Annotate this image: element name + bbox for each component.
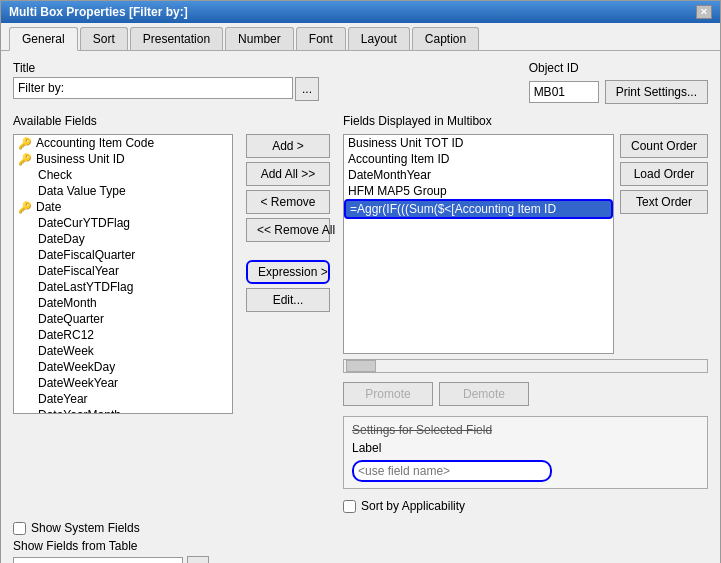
object-id-label: Object ID [529,61,708,75]
list-item[interactable]: =Aggr(IF(((Sum($<[Accounting Item ID [344,199,613,219]
right-panel-wrapper: Fields Displayed in Multibox Business Un… [343,114,708,513]
title-section: Title Filter by: ... [13,61,509,104]
label-field-label: Label [352,441,699,455]
text-order-button[interactable]: Text Order [620,190,708,214]
show-system-fields-row: Show System Fields [13,521,708,535]
load-order-button[interactable]: Load Order [620,162,708,186]
all-tables-dropdown[interactable]: All Tables [13,557,183,563]
tab-sort[interactable]: Sort [80,27,128,50]
tab-number[interactable]: Number [225,27,294,50]
list-item[interactable]: DateYearMonth [14,407,232,414]
show-fields-from-section: Show Fields from Table All Tables ▼ [13,539,708,563]
key-icon: 🔑 [18,153,32,166]
scrollbar-area[interactable] [343,358,708,374]
show-system-fields-checkbox[interactable] [13,522,26,535]
settings-section: Settings for Selected Field Label [343,416,708,489]
show-fields-from-label: Show Fields from Table [13,539,708,553]
list-item[interactable]: DateDay [14,231,232,247]
edit-button[interactable]: Edit... [246,288,330,312]
center-panel: Add > Add All >> < Remove << Remove All … [243,114,333,513]
right-top: Business Unit TOT ID Accounting Item ID … [343,134,708,354]
settings-label-row: Label [352,441,699,482]
right-buttons: Count Order Load Order Text Order [620,134,708,354]
title-input-row: Filter by: ... [13,77,509,101]
scroll-thumb[interactable] [346,360,376,372]
sort-applicability-checkbox[interactable] [343,500,356,513]
count-order-button[interactable]: Count Order [620,134,708,158]
main-area: Available Fields 🔑Accounting Item Code 🔑… [13,114,708,513]
remove-all-button[interactable]: << Remove All [246,218,330,242]
list-item[interactable]: DateQuarter [14,311,232,327]
object-id-input[interactable]: MB01 [529,81,599,103]
list-item[interactable]: DateWeekDay [14,359,232,375]
dropdown-row: All Tables ▼ [13,556,708,563]
title-label: Title [13,61,509,75]
list-item[interactable]: DateWeekYear [14,375,232,391]
list-item[interactable]: Business Unit TOT ID [344,135,613,151]
list-item[interactable]: DateFiscalYear [14,263,232,279]
key-icon: 🔑 [18,201,32,214]
list-item[interactable]: 🔑Accounting Item Code [14,135,232,151]
bottom-panel: Show System Fields Show Fields from Tabl… [13,521,708,563]
list-item[interactable]: DateFiscalQuarter [14,247,232,263]
list-item[interactable]: DateYear [14,391,232,407]
list-item[interactable]: DateWeek [14,343,232,359]
promote-demote-row: Promote Demote [343,382,708,406]
browse-button[interactable]: ... [295,77,319,101]
list-item[interactable]: DateCurYTDFlag [14,215,232,231]
list-item[interactable]: HFM MAP5 Group [344,183,613,199]
add-button[interactable]: Add > [246,134,330,158]
remove-button[interactable]: < Remove [246,190,330,214]
list-item[interactable]: DateMonth [14,295,232,311]
demote-button[interactable]: Demote [439,382,529,406]
tab-caption[interactable]: Caption [412,27,479,50]
title-objectid-row: Title Filter by: ... Object ID MB01 Prin… [13,61,708,104]
sort-applicability-row: Sort by Applicability [343,499,708,513]
show-system-fields-label: Show System Fields [31,521,140,535]
available-fields-label: Available Fields [13,114,233,128]
sort-applicability-label: Sort by Applicability [361,499,465,513]
list-item[interactable]: 🔑Business Unit ID [14,151,232,167]
fields-displayed-list[interactable]: Business Unit TOT ID Accounting Item ID … [343,134,614,354]
print-settings-button[interactable]: Print Settings... [605,80,708,104]
main-window: Multi Box Properties [Filter by:] ✕ Gene… [0,0,721,563]
key-icon: 🔑 [18,137,32,150]
list-item[interactable]: Accounting Item ID [344,151,613,167]
right-panel: Fields Displayed in Multibox Business Un… [343,114,708,513]
tab-font[interactable]: Font [296,27,346,50]
title-input[interactable]: Filter by: [13,77,293,99]
title-bar: Multi Box Properties [Filter by:] ✕ [1,1,720,23]
list-item[interactable]: Data Value Type [14,183,232,199]
tab-layout[interactable]: Layout [348,27,410,50]
list-item[interactable]: DateLastYTDFlag [14,279,232,295]
left-panel: Available Fields 🔑Accounting Item Code 🔑… [13,114,233,513]
object-id-section: Object ID MB01 Print Settings... [529,61,708,104]
fields-displayed-label: Fields Displayed in Multibox [343,114,708,128]
promote-button[interactable]: Promote [343,382,433,406]
window-title: Multi Box Properties [Filter by:] [9,5,188,19]
title-bar-buttons: ✕ [696,5,712,19]
dropdown-arrow-button[interactable]: ▼ [187,556,209,563]
add-all-button[interactable]: Add All >> [246,162,330,186]
list-item[interactable]: 🔑Date [14,199,232,215]
close-button[interactable]: ✕ [696,5,712,19]
list-item[interactable]: Check [14,167,232,183]
tab-bar: General Sort Presentation Number Font La… [1,23,720,51]
tab-presentation[interactable]: Presentation [130,27,223,50]
tab-content: Title Filter by: ... Object ID MB01 Prin… [1,51,720,563]
object-id-row: MB01 Print Settings... [529,80,708,104]
expression-button[interactable]: Expression > [246,260,330,284]
label-input[interactable] [352,460,552,482]
settings-title: Settings for Selected Field [352,423,699,437]
list-item[interactable]: DateRC12 [14,327,232,343]
tab-general[interactable]: General [9,27,78,51]
available-fields-list[interactable]: 🔑Accounting Item Code 🔑Business Unit ID … [13,134,233,414]
list-item[interactable]: DateMonthYear [344,167,613,183]
